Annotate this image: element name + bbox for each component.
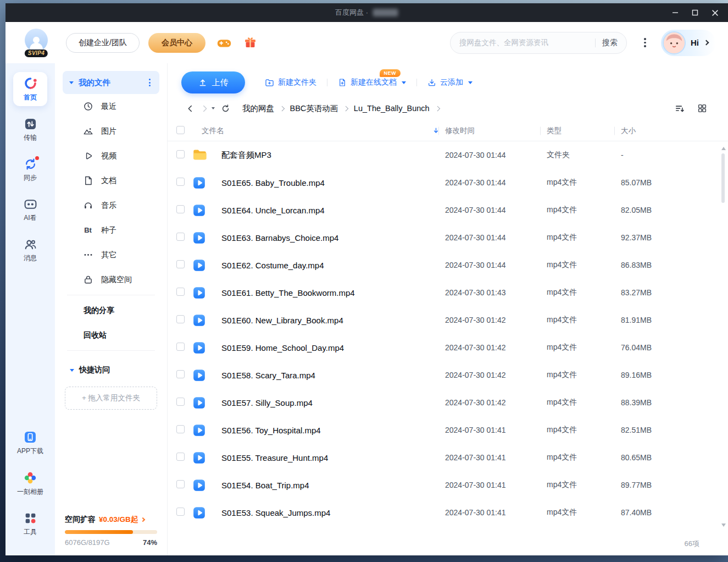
grid-view-icon[interactable] bbox=[697, 103, 707, 113]
file-name[interactable]: S01E57. Silly_Soup.mp4 bbox=[213, 398, 445, 407]
user-account-chip[interactable]: Hi bbox=[661, 30, 716, 56]
table-row[interactable]: S01E62. Costume_day.mp4 2024-07-30 01:44… bbox=[168, 251, 728, 279]
sidebar-item-others[interactable]: 其它 bbox=[63, 243, 159, 267]
create-team-button[interactable]: 创建企业/团队 bbox=[66, 33, 140, 53]
nav-sync[interactable]: 同步 bbox=[13, 153, 47, 186]
close-button[interactable] bbox=[706, 5, 724, 20]
table-row[interactable]: S01E53. Squeak_Jumps.mp4 2024-07-30 01:4… bbox=[168, 499, 728, 526]
table-row[interactable]: S01E61. Betty_The_Bookworm.mp4 2024-07-3… bbox=[168, 279, 728, 306]
search-input[interactable] bbox=[459, 38, 588, 47]
new-folder-button[interactable]: 新建文件夹 bbox=[265, 78, 316, 87]
row-checkbox[interactable] bbox=[176, 398, 185, 406]
table-row[interactable]: S01E63. Barnabys_Choice.mp4 2024-07-30 0… bbox=[168, 224, 728, 251]
nav-photo-album[interactable]: 一刻相册 bbox=[13, 467, 47, 500]
table-row[interactable]: S01E57. Silly_Soup.mp4 2024-07-30 01:42 … bbox=[168, 389, 728, 416]
new-online-doc-button[interactable]: NEW 新建在线文档 bbox=[338, 78, 406, 87]
sidebar-section-quick-access[interactable]: 快捷访问 bbox=[63, 359, 159, 381]
breadcrumb-item[interactable]: 我的网盘 bbox=[242, 103, 274, 114]
column-header-size[interactable]: 大小 bbox=[621, 126, 717, 136]
file-name[interactable]: S01E56. Toy_Hospital.mp4 bbox=[213, 426, 445, 435]
maximize-button[interactable] bbox=[686, 5, 704, 20]
game-controller-icon[interactable] bbox=[216, 35, 232, 51]
nav-tools[interactable]: 工具 bbox=[13, 508, 47, 541]
gift-icon[interactable] bbox=[243, 35, 258, 51]
file-name[interactable]: S01E65. Baby_Trouble.mp4 bbox=[213, 178, 445, 188]
row-checkbox[interactable] bbox=[176, 480, 185, 488]
breadcrumb-item[interactable]: Lu_The_Bally_Bunch bbox=[354, 104, 430, 113]
sort-order-icon[interactable] bbox=[675, 103, 685, 114]
table-row[interactable]: S01E59. Home_School_Day.mp4 2024-07-30 0… bbox=[168, 334, 728, 361]
table-row[interactable]: 配套音频MP3 2024-07-30 01:44 文件夹 - bbox=[168, 141, 728, 169]
column-header-modified[interactable]: 修改时间 bbox=[445, 126, 547, 136]
sidebar-item-my-files[interactable]: 我的文件 bbox=[63, 71, 159, 94]
file-name[interactable]: S01E61. Betty_The_Bookworm.mp4 bbox=[213, 288, 445, 297]
sidebar-item-recent[interactable]: 最近 bbox=[63, 94, 159, 119]
nav-transfer[interactable]: 传输 bbox=[13, 113, 47, 146]
file-name[interactable]: S01E58. Scary_Tara.mp4 bbox=[213, 371, 445, 380]
search-box[interactable]: 搜索 bbox=[450, 32, 627, 54]
scrollbar-thumb[interactable] bbox=[721, 153, 725, 203]
sidebar-item-my-shares[interactable]: 我的分享 bbox=[63, 298, 159, 323]
sidebar-item-pictures[interactable]: 图片 bbox=[63, 119, 159, 144]
table-row[interactable]: S01E60. New_Library_Book.mp4 2024-07-30 … bbox=[168, 306, 728, 334]
sidebar-item-hidden-space[interactable]: 隐藏空间 bbox=[63, 267, 159, 292]
table-row[interactable]: S01E55. Treasure_Hunt.mp4 2024-07-30 01:… bbox=[168, 444, 728, 471]
column-header-type[interactable]: 类型 bbox=[547, 126, 621, 136]
nav-ai-view[interactable]: AI看 bbox=[13, 194, 47, 227]
file-name[interactable]: S01E54. Boat_Trip.mp4 bbox=[213, 481, 445, 490]
cloud-add-button[interactable]: 云添加 bbox=[427, 78, 473, 87]
row-checkbox[interactable] bbox=[176, 233, 185, 241]
file-name[interactable]: 配套音频MP3 bbox=[213, 150, 445, 161]
select-all-checkbox[interactable] bbox=[176, 126, 185, 134]
file-name[interactable]: S01E63. Barnabys_Choice.mp4 bbox=[213, 233, 445, 243]
scroll-up-icon[interactable] bbox=[721, 147, 726, 150]
file-name[interactable]: S01E59. Home_School_Day.mp4 bbox=[213, 343, 445, 352]
titlebar[interactable]: 百度网盘 · bbox=[5, 3, 728, 22]
column-header-name[interactable]: 文件名 bbox=[202, 126, 224, 136]
nav-home[interactable]: 首页 bbox=[13, 72, 47, 106]
row-checkbox[interactable] bbox=[176, 288, 185, 296]
sidebar-item-documents[interactable]: 文档 bbox=[63, 168, 159, 193]
sidebar-item-music[interactable]: 音乐 bbox=[63, 193, 159, 218]
storage-expand-price-link[interactable]: ¥0.03/GB起 bbox=[99, 515, 138, 525]
upload-button[interactable]: 上传 bbox=[181, 71, 245, 93]
more-menu-icon[interactable] bbox=[636, 34, 654, 52]
scroll-down-icon[interactable] bbox=[721, 524, 726, 527]
account-logo[interactable]: SVIP4 bbox=[23, 29, 49, 57]
row-checkbox[interactable] bbox=[176, 205, 185, 213]
row-checkbox[interactable] bbox=[176, 453, 185, 461]
table-row[interactable]: S01E58. Scary_Tara.mp4 2024-07-30 01:42 … bbox=[168, 361, 728, 389]
row-checkbox[interactable] bbox=[176, 150, 185, 158]
table-row[interactable]: S01E54. Boat_Trip.mp4 2024-07-30 01:41 m… bbox=[168, 471, 728, 499]
table-row[interactable]: S01E64. Uncle_Lorcan.mp4 2024-07-30 01:4… bbox=[168, 196, 728, 224]
row-checkbox[interactable] bbox=[176, 370, 185, 378]
breadcrumb-item[interactable]: BBC英语动画 bbox=[290, 103, 338, 114]
row-checkbox[interactable] bbox=[176, 425, 185, 433]
history-dropdown-icon[interactable] bbox=[212, 107, 215, 109]
row-checkbox[interactable] bbox=[176, 343, 185, 351]
nav-messages[interactable]: 消息 bbox=[13, 234, 47, 267]
file-name[interactable]: S01E53. Squeak_Jumps.mp4 bbox=[213, 508, 445, 517]
file-name[interactable]: S01E60. New_Library_Book.mp4 bbox=[213, 316, 445, 325]
pin-folder-dropzone[interactable]: + 拖入常用文件夹 bbox=[65, 387, 157, 410]
minimize-button[interactable] bbox=[666, 5, 684, 20]
table-row[interactable]: S01E65. Baby_Trouble.mp4 2024-07-30 01:4… bbox=[168, 169, 728, 196]
search-button[interactable]: 搜索 bbox=[602, 38, 618, 48]
file-name[interactable]: S01E55. Treasure_Hunt.mp4 bbox=[213, 453, 445, 462]
nav-app-download[interactable]: APP下载 bbox=[13, 426, 47, 460]
sidebar-item-torrents[interactable]: Bt 种子 bbox=[63, 218, 159, 243]
sidebar-item-recycle-bin[interactable]: 回收站 bbox=[63, 323, 159, 348]
row-checkbox[interactable] bbox=[176, 178, 185, 186]
refresh-button[interactable] bbox=[218, 101, 232, 115]
row-checkbox[interactable] bbox=[176, 508, 185, 516]
file-name[interactable]: S01E62. Costume_day.mp4 bbox=[213, 261, 445, 270]
sidebar-item-videos[interactable]: 视频 bbox=[63, 144, 159, 168]
scrollbar[interactable] bbox=[720, 147, 727, 527]
row-checkbox[interactable] bbox=[176, 260, 185, 268]
table-row[interactable]: S01E56. Toy_Hospital.mp4 2024-07-30 01:4… bbox=[168, 416, 728, 444]
row-checkbox[interactable] bbox=[176, 315, 185, 323]
file-name[interactable]: S01E64. Uncle_Lorcan.mp4 bbox=[213, 206, 445, 215]
forward-button[interactable] bbox=[197, 101, 212, 115]
back-button[interactable] bbox=[183, 101, 197, 115]
my-files-menu-icon[interactable] bbox=[147, 76, 153, 89]
